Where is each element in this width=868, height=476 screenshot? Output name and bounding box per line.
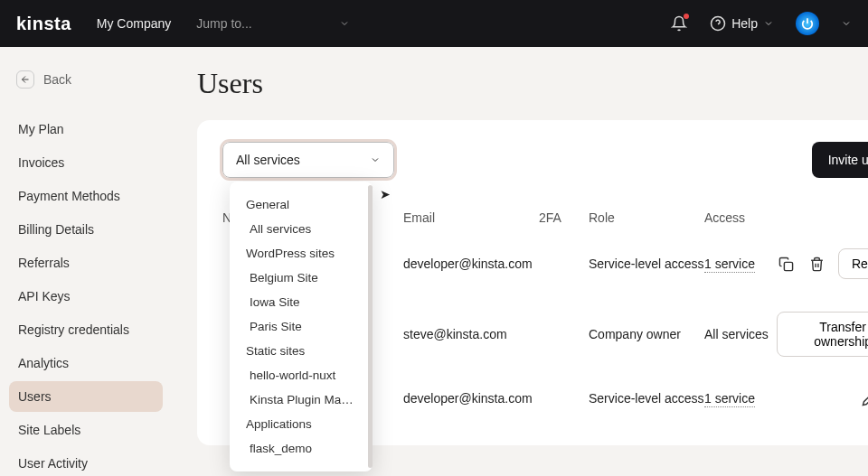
jump-to-label: Jump to...	[196, 16, 251, 31]
col-access: Access	[704, 210, 777, 225]
dropdown-item[interactable]: Kinsta Plugin Man…	[230, 387, 373, 412]
cursor-icon: ➤	[380, 187, 391, 201]
dropdown-item[interactable]: flask_demo	[230, 436, 373, 461]
back-button[interactable]: Back	[9, 65, 163, 94]
company-name[interactable]: My Company	[97, 16, 171, 31]
service-filter-value: All services	[236, 153, 300, 167]
dropdown-scrollbar[interactable]	[368, 185, 373, 468]
col-role: Role	[589, 210, 704, 225]
sidebar-nav: My PlanInvoicesPayment MethodsBilling De…	[9, 114, 163, 476]
transfer-ownership-button[interactable]: Transfer ownership	[777, 312, 868, 357]
power-icon	[801, 17, 814, 30]
role-cell: Company owner	[589, 327, 704, 341]
notifications-button[interactable]	[670, 14, 688, 33]
topbar-left: kinsta My Company Jump to...	[16, 14, 350, 34]
chevron-down-icon	[339, 18, 350, 29]
sidebar-item-registry-credentials[interactable]: Registry credentials	[9, 314, 163, 345]
arrow-left-icon	[16, 70, 34, 89]
access-value[interactable]: 1 service	[704, 391, 755, 407]
sidebar-item-site-labels[interactable]: Site Labels	[9, 415, 163, 445]
role-cell: Service-level access	[589, 391, 704, 406]
avatar[interactable]	[796, 12, 819, 35]
chevron-down-icon	[763, 18, 774, 29]
sidebar-item-billing-details[interactable]: Billing Details	[9, 214, 163, 245]
chevron-down-icon	[370, 154, 381, 165]
sidebar-item-referrals[interactable]: Referrals	[9, 247, 163, 278]
back-label: Back	[43, 72, 71, 87]
dropdown-item[interactable]: Paris Site	[230, 314, 373, 339]
email-cell: developer@kinsta.com	[403, 391, 539, 406]
copy-button[interactable]	[777, 255, 795, 273]
access-value: All services	[704, 327, 769, 341]
topbar-right: Help	[670, 12, 852, 35]
jump-to-select[interactable]: Jump to...	[196, 16, 350, 31]
users-card: All services Invite users GeneralAll ser…	[197, 120, 868, 445]
logo: kinsta	[16, 14, 71, 34]
dropdown-item[interactable]: Iowa Site	[230, 290, 373, 314]
email-cell: developer@kinsta.com	[403, 257, 539, 271]
dropdown-group: Static sites	[230, 339, 373, 363]
dropdown-item[interactable]: Belgium Site	[230, 266, 373, 290]
sidebar-item-payment-methods[interactable]: Payment Methods	[9, 181, 163, 211]
sidebar-item-my-plan[interactable]: My Plan	[9, 114, 163, 145]
sidebar: Back My PlanInvoicesPayment MethodsBilli…	[0, 47, 172, 476]
toolbar: All services Invite users GeneralAll ser…	[222, 142, 868, 178]
topbar: kinsta My Company Jump to... Help	[0, 0, 868, 47]
sidebar-item-user-activity[interactable]: User Activity	[9, 448, 163, 476]
dropdown-item[interactable]: hello-world-nuxt	[230, 363, 373, 387]
trash-button[interactable]	[807, 255, 826, 273]
svg-rect-4	[784, 262, 792, 270]
help-menu[interactable]: Help	[710, 15, 774, 32]
help-icon	[710, 15, 726, 32]
user-menu-chevron[interactable]	[841, 18, 852, 29]
edit-button[interactable]	[860, 389, 868, 407]
notification-dot	[684, 14, 689, 19]
dropdown-item[interactable]: All services	[230, 217, 373, 241]
sidebar-item-api-keys[interactable]: API Keys	[9, 281, 163, 312]
col-email: Email	[403, 210, 539, 225]
main: Users All services Invite users GeneralA…	[172, 47, 868, 476]
page-title: Users	[197, 67, 868, 100]
invite-users-button[interactable]: Invite users	[812, 142, 868, 178]
dropdown-group: Applications	[230, 412, 373, 436]
email-cell: steve@kinsta.com	[403, 327, 539, 341]
access-value[interactable]: 1 service	[704, 257, 755, 273]
dropdown-group: General	[230, 192, 373, 217]
service-filter-dropdown: GeneralAll servicesWordPress sitesBelgiu…	[230, 182, 373, 471]
sidebar-item-analytics[interactable]: Analytics	[9, 348, 163, 378]
sidebar-item-invoices[interactable]: Invoices	[9, 147, 163, 178]
layout: Back My PlanInvoicesPayment MethodsBilli…	[0, 47, 868, 476]
help-label: Help	[731, 16, 758, 31]
role-cell: Service-level access	[589, 257, 704, 271]
resend-button[interactable]: Resend	[838, 248, 868, 279]
col-2fa: 2FA	[539, 210, 589, 225]
dropdown-group: WordPress sites	[230, 241, 373, 266]
service-filter-select[interactable]: All services	[222, 142, 394, 178]
sidebar-item-users[interactable]: Users	[9, 381, 163, 412]
